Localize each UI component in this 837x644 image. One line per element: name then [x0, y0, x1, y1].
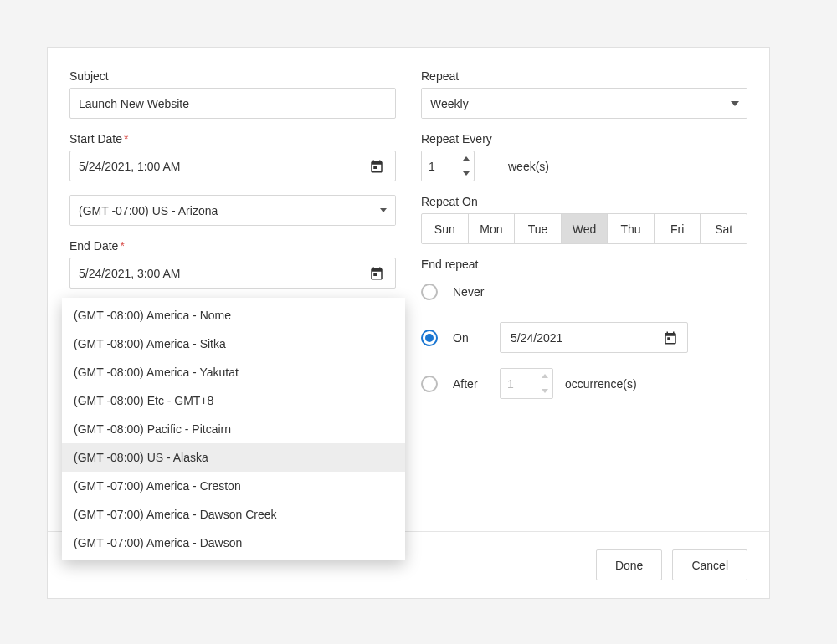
calendar-icon[interactable]	[367, 263, 387, 284]
timezone-option[interactable]: (GMT -07:00) America - Creston	[62, 472, 405, 500]
timezone-option[interactable]: (GMT -08:00) US - Alaska	[62, 443, 405, 472]
end-date-label: End Date*	[69, 239, 396, 253]
calendar-icon[interactable]	[660, 328, 680, 348]
start-date-input[interactable]: 5/24/2021, 1:00 AM	[69, 151, 396, 181]
end-repeat-after-radio[interactable]	[421, 376, 438, 392]
start-date-label: Start Date*	[69, 132, 396, 146]
timezone-option[interactable]: (GMT -08:00) America - Yakutat	[62, 358, 405, 386]
repeat-every-unit: week(s)	[508, 160, 549, 173]
timezone-option[interactable]: (GMT -08:00) America - Sitka	[62, 330, 405, 358]
timezone-option[interactable]: (GMT -08:00) America - Nome	[62, 301, 405, 330]
timezone-option[interactable]: (GMT -08:00) Pacific - Pitcairn	[62, 415, 405, 443]
start-timezone-select[interactable]: (GMT -07:00) US - Arizona	[69, 195, 396, 226]
day-wed[interactable]: Wed	[561, 213, 608, 244]
end-repeat-after-unit: occurrence(s)	[565, 377, 637, 391]
end-repeat-never-radio[interactable]	[421, 284, 438, 300]
day-of-week-toggle: Sun Mon Tue Wed Thu Fri Sat	[421, 213, 747, 244]
timezone-option[interactable]: (GMT -07:00) America - Dawson	[62, 529, 405, 557]
repeat-on-label: Repeat On	[421, 195, 747, 208]
right-column: Repeat Weekly Repeat Every w	[421, 69, 747, 414]
subject-label: Subject	[69, 69, 396, 83]
repeat-select[interactable]: Weekly	[421, 88, 747, 119]
end-repeat-on-date-input[interactable]: 5/24/2021	[500, 322, 688, 353]
chevron-down-icon[interactable]	[721, 89, 747, 118]
end-repeat-on-radio[interactable]	[421, 330, 438, 346]
timezone-option[interactable]: (GMT -08:00) Etc - GMT+8	[62, 386, 405, 415]
timezone-dropdown: (GMT -08:00) America - Nome (GMT -08:00)…	[62, 298, 405, 560]
repeat-label: Repeat	[421, 69, 747, 83]
stepper-down-icon[interactable]	[459, 166, 474, 181]
stepper-up-icon[interactable]	[537, 369, 552, 384]
stepper-up-icon[interactable]	[459, 151, 474, 166]
chevron-down-icon[interactable]	[370, 196, 395, 225]
done-button[interactable]: Done	[596, 549, 662, 580]
end-date-input[interactable]: 5/24/2021, 3:00 AM	[69, 258, 396, 289]
cancel-button[interactable]: Cancel	[672, 549, 747, 580]
subject-input[interactable]: Launch New Website	[69, 88, 396, 119]
repeat-every-label: Repeat Every	[421, 132, 747, 146]
end-repeat-label: End repeat	[421, 258, 747, 271]
repeat-every-stepper[interactable]	[421, 151, 475, 181]
end-repeat-after-label: After	[453, 377, 500, 391]
end-repeat-on-label: On	[453, 331, 500, 345]
day-fri[interactable]: Fri	[654, 213, 701, 244]
day-sat[interactable]: Sat	[700, 213, 747, 244]
stepper-down-icon[interactable]	[537, 384, 552, 399]
day-sun[interactable]: Sun	[421, 213, 469, 244]
day-mon[interactable]: Mon	[468, 213, 516, 244]
day-tue[interactable]: Tue	[514, 213, 562, 244]
end-repeat-after-stepper[interactable]	[500, 368, 553, 399]
calendar-icon[interactable]	[367, 156, 387, 176]
end-repeat-never-label: Never	[453, 285, 500, 299]
timezone-option[interactable]: (GMT -07:00) America - Dawson Creek	[62, 500, 405, 529]
day-thu[interactable]: Thu	[607, 213, 655, 244]
